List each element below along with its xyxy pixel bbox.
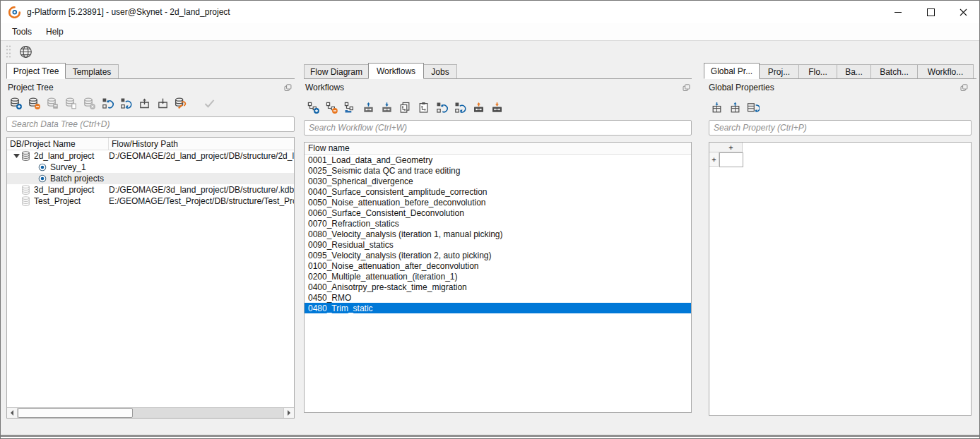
menu-bar: Tools Help <box>1 23 979 41</box>
refresh-properties-button[interactable] <box>745 100 761 115</box>
close-database-button[interactable] <box>81 95 97 111</box>
tab-label: Workflows <box>377 66 415 76</box>
flow-row-selected[interactable]: 0480_Trim_static <box>305 303 691 313</box>
add-database-button[interactable] <box>8 95 23 111</box>
column-header-flow-name[interactable]: Flow name <box>305 143 691 155</box>
flow-row[interactable]: 0060_Surface_Consistent_Deconvolution <box>305 208 691 218</box>
global-properties-toolbar <box>709 100 761 115</box>
tree-row-2d-land-project[interactable]: 2d_land_project D:/GEOMAGE/2d_land_proje… <box>7 150 294 162</box>
import-project-button[interactable] <box>155 95 170 111</box>
title-bar[interactable]: g-Platform [5.23891] - user@Skynet - 2d_… <box>1 1 979 23</box>
tab-workflow[interactable]: Workflo... <box>917 64 974 78</box>
check-icon <box>204 99 215 108</box>
column-label: Flow/History Path <box>112 139 178 149</box>
flow-row[interactable]: 0400_Anisotrpy_pre-stack_time_migration <box>305 282 691 292</box>
tree-row-3d-land-project[interactable]: 3d_land_project D:/GEOMAGE/3d_land_proje… <box>7 184 294 196</box>
restore-project-button[interactable] <box>100 95 115 111</box>
scrollbar-thumb[interactable] <box>18 408 133 418</box>
tab-workflows[interactable]: Workflows <box>368 63 424 79</box>
flow-row[interactable]: 0200_Multiple_attenuation_(iteration_1) <box>305 271 691 282</box>
copy-database-button[interactable] <box>63 95 78 111</box>
tab-global-properties[interactable]: Global Pr... <box>704 63 760 79</box>
open-workflow-button[interactable] <box>342 100 358 115</box>
redo-button[interactable] <box>452 100 468 115</box>
tab-project-tree[interactable]: Project Tree <box>6 63 66 79</box>
repair-database-button[interactable] <box>173 95 189 111</box>
close-icon <box>960 8 967 16</box>
property-cell[interactable] <box>719 152 743 167</box>
flow-row[interactable]: 0090_Residual_statics <box>305 239 691 250</box>
tab-batch[interactable]: Ba... <box>837 64 871 78</box>
scroll-left-button[interactable] <box>7 408 18 418</box>
flow-row[interactable]: 0030_Spherical_divergence <box>305 176 691 186</box>
panel-title: Global Properties <box>709 83 774 92</box>
undock-icon <box>960 84 968 92</box>
close-button[interactable] <box>947 1 979 23</box>
flow-list: Flow name 0001_Load_data_and_Geometry 00… <box>304 142 692 413</box>
menu-item-tools[interactable]: Tools <box>5 25 39 39</box>
import-properties-button[interactable] <box>709 100 724 115</box>
search-data-tree-input[interactable] <box>6 116 295 132</box>
tree-row-batch-projects[interactable]: Batch projects <box>7 173 294 184</box>
column-header-flow-history-path[interactable]: Flow/History Path <box>109 138 294 150</box>
maximize-button[interactable] <box>914 1 947 23</box>
export-project-button[interactable] <box>136 95 152 111</box>
horizontal-scrollbar[interactable] <box>7 407 294 418</box>
undock-icon <box>284 84 292 92</box>
expander-icon[interactable] <box>11 154 21 158</box>
tab-project[interactable]: Proj... <box>759 64 799 78</box>
import-properties-icon <box>711 102 723 114</box>
flow-row[interactable]: 0070_Refraction_statics <box>305 218 691 229</box>
tab-label: Templates <box>73 67 112 77</box>
flow-row[interactable]: 0095_Velocity_analysis (iteration 2, aut… <box>305 250 691 260</box>
flow-row[interactable]: 0025_Seismic data QC and trace editing <box>305 165 691 176</box>
column-header-db-project-name[interactable]: DB/Project Name <box>7 138 109 150</box>
export-flows-archive-button[interactable] <box>471 100 486 115</box>
tab-templates[interactable]: Templates <box>65 64 119 78</box>
flow-row[interactable]: 0001_Load_data_and_Geometry <box>305 155 691 165</box>
minimize-button[interactable] <box>882 1 914 23</box>
flow-row[interactable]: 0040_Surface_consistent_amplitude_correc… <box>305 186 691 197</box>
tree-row-test-project[interactable]: Test_Project E:/GEOMAGE/Test_Project/DB/… <box>7 196 294 207</box>
search-workflow-input[interactable] <box>304 120 692 136</box>
add-row-button[interactable]: + <box>709 152 719 167</box>
reload-project-button[interactable] <box>118 95 134 111</box>
flow-row[interactable]: 0100_Noise_attenuation_after_deconvoluti… <box>305 260 691 271</box>
float-panel-button[interactable] <box>284 84 292 92</box>
tab-batch-2[interactable]: Batch... <box>870 64 918 78</box>
add-workflow-button[interactable] <box>305 100 321 115</box>
workflows-toolbar <box>305 100 504 115</box>
add-database-icon <box>10 97 22 109</box>
search-property-input[interactable] <box>709 120 972 136</box>
globe-button[interactable] <box>16 42 35 61</box>
tab-label: Flo... <box>808 67 827 77</box>
undo-button[interactable] <box>434 100 449 115</box>
flow-row[interactable]: 0050_Noise_attenuation_before_deconvolut… <box>305 197 691 208</box>
tab-jobs[interactable]: Jobs <box>423 64 457 78</box>
float-panel-button[interactable] <box>960 84 968 92</box>
flow-row[interactable]: 0450_RMO <box>305 292 691 303</box>
remove-database-button[interactable] <box>26 95 42 111</box>
tab-flow-diagram[interactable]: Flow Diagram <box>304 64 369 78</box>
import-workflow-button[interactable] <box>379 100 394 115</box>
edit-database-button[interactable] <box>45 95 60 111</box>
tree-row-survey-1[interactable]: Survey_1 <box>7 162 294 173</box>
validate-button[interactable] <box>201 95 217 111</box>
flow-row[interactable]: 0080_Velocity_analysis (iteration 1, man… <box>305 229 691 239</box>
panel-title: Workflows <box>305 83 344 92</box>
copy-workflow-button[interactable] <box>397 100 413 115</box>
float-panel-button[interactable] <box>683 84 690 92</box>
remove-workflow-button[interactable] <box>324 100 339 115</box>
menu-item-help[interactable]: Help <box>39 25 71 39</box>
scroll-right-button[interactable] <box>283 408 294 418</box>
tab-flow[interactable]: Flo... <box>798 64 837 78</box>
maximize-icon <box>927 8 935 16</box>
add-column-button[interactable]: + <box>719 143 743 152</box>
paste-workflow-button[interactable] <box>415 100 431 115</box>
toolbar-grip[interactable] <box>6 44 11 59</box>
export-properties-button[interactable] <box>727 100 743 115</box>
left-tab-bar: Project Tree Templates <box>6 63 295 79</box>
column-label: DB/Project Name <box>10 139 76 149</box>
import-flows-archive-button[interactable] <box>489 100 504 115</box>
export-workflow-button[interactable] <box>360 100 376 115</box>
